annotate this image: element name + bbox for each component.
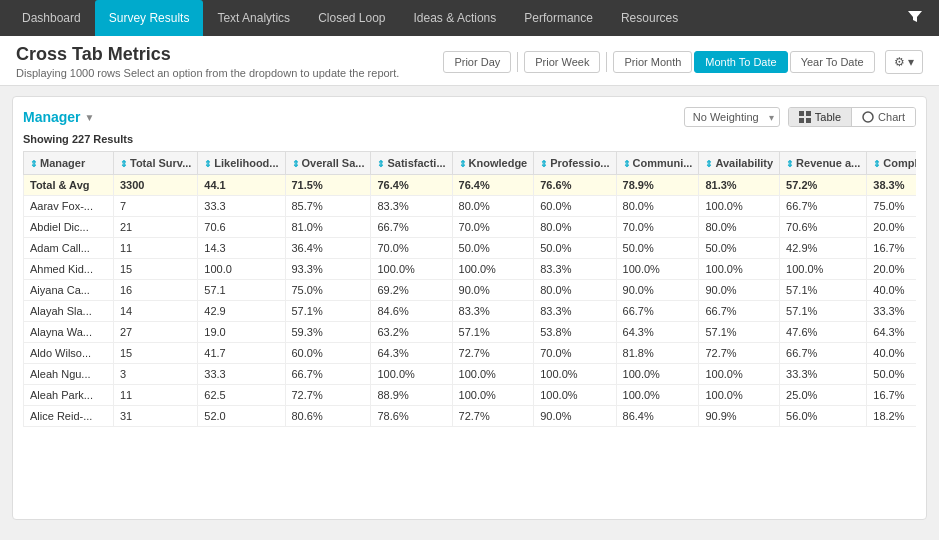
data-table-wrapper[interactable]: ⇕Manager ⇕Total Surv... ⇕Likelihood... ⇕…: [23, 151, 916, 493]
table-cell: 76.4%: [452, 175, 534, 196]
table-header: ⇕Manager ⇕Total Surv... ⇕Likelihood... ⇕…: [24, 152, 917, 175]
table-cell: 16: [114, 280, 198, 301]
table-cell: 47.6%: [780, 322, 867, 343]
table-cell: Abdiel Dic...: [24, 217, 114, 238]
svg-rect-3: [806, 118, 811, 123]
tab-closed-loop[interactable]: Closed Loop: [304, 0, 399, 36]
table-cell: 53.8%: [534, 322, 616, 343]
table-cell: 90.0%: [699, 280, 780, 301]
col-header-revenue[interactable]: ⇕Revenue a...: [780, 152, 867, 175]
table-cell: 66.7%: [780, 343, 867, 364]
table-cell: 100.0%: [534, 364, 616, 385]
tab-performance[interactable]: Performance: [510, 0, 607, 36]
col-header-availability[interactable]: ⇕Availability: [699, 152, 780, 175]
col-header-overall[interactable]: ⇕Overall Sa...: [285, 152, 371, 175]
col-header-manager[interactable]: ⇕Manager: [24, 152, 114, 175]
table-cell: 78.9%: [616, 175, 699, 196]
table-cell: Aleah Park...: [24, 385, 114, 406]
table-cell: 88.9%: [371, 385, 452, 406]
table-cell: 100.0%: [699, 385, 780, 406]
table-cell: 60.0%: [285, 343, 371, 364]
tab-text-analytics[interactable]: Text Analytics: [203, 0, 304, 36]
data-card: Manager ▼ No Weighting Table Chart: [12, 96, 927, 520]
table-cell: 81.8%: [616, 343, 699, 364]
table-cell: 59.3%: [285, 322, 371, 343]
table-cell: 38.3%: [867, 175, 916, 196]
table-cell: 66.7%: [780, 196, 867, 217]
col-header-knowledge[interactable]: ⇕Knowledge: [452, 152, 534, 175]
table-row: Abdiel Dic...2170.681.0%66.7%70.0%80.0%7…: [24, 217, 917, 238]
weighting-select[interactable]: No Weighting: [684, 107, 780, 127]
table-cell: 19.0: [198, 322, 285, 343]
table-cell: Aarav Fox-...: [24, 196, 114, 217]
table-cell: 52.0: [198, 406, 285, 427]
tab-resources[interactable]: Resources: [607, 0, 692, 36]
table-cell: 100.0%: [616, 385, 699, 406]
table-cell: Aiyana Ca...: [24, 280, 114, 301]
table-cell: 7: [114, 196, 198, 217]
table-cell: 76.6%: [534, 175, 616, 196]
table-cell: 80.0%: [534, 280, 616, 301]
main-content: Manager ▼ No Weighting Table Chart: [0, 86, 939, 530]
tab-dashboard[interactable]: Dashboard: [8, 0, 95, 36]
table-cell: 42.9%: [780, 238, 867, 259]
table-cell: 100.0: [198, 259, 285, 280]
date-prior-day[interactable]: Prior Day: [443, 51, 511, 73]
manager-dropdown-button[interactable]: Manager ▼: [23, 109, 94, 125]
col-header-professional[interactable]: ⇕Professio...: [534, 152, 616, 175]
table-cell: 33.3: [198, 364, 285, 385]
table-cell: 18.2%: [867, 406, 916, 427]
view-chart-button[interactable]: Chart: [851, 108, 915, 126]
table-cell: 33.3: [198, 196, 285, 217]
col-header-satisfaction[interactable]: ⇕Satisfacti...: [371, 152, 452, 175]
table-cell: 100.0%: [699, 196, 780, 217]
table-cell: 70.0%: [371, 238, 452, 259]
table-row: Ahmed Kid...15100.093.3%100.0%100.0%83.3…: [24, 259, 917, 280]
table-cell: 83.3%: [534, 259, 616, 280]
tab-ideas-actions[interactable]: Ideas & Actions: [400, 0, 511, 36]
svg-rect-2: [799, 118, 804, 123]
table-cell: 57.1%: [452, 322, 534, 343]
table-cell: 25.0%: [780, 385, 867, 406]
date-month-to-date[interactable]: Month To Date: [694, 51, 787, 73]
table-cell: 44.1: [198, 175, 285, 196]
col-header-total[interactable]: ⇕Total Surv...: [114, 152, 198, 175]
table-cell: 57.1%: [285, 301, 371, 322]
date-divider: [517, 52, 518, 72]
date-prior-month[interactable]: Prior Month: [613, 51, 692, 73]
table-cell: 83.3%: [534, 301, 616, 322]
table-cell: 70.0%: [616, 217, 699, 238]
view-table-button[interactable]: Table: [789, 108, 851, 126]
tab-survey-results[interactable]: Survey Results: [95, 0, 204, 36]
date-year-to-date[interactable]: Year To Date: [790, 51, 875, 73]
svg-rect-0: [799, 111, 804, 116]
table-cell: 3300: [114, 175, 198, 196]
table-cell: 75.0%: [867, 196, 916, 217]
settings-button[interactable]: ⚙ ▾: [885, 50, 923, 74]
table-cell: 90.9%: [699, 406, 780, 427]
table-cell: 50.0%: [867, 364, 916, 385]
table-cell: 41.7: [198, 343, 285, 364]
table-cell: 90.0%: [452, 280, 534, 301]
table-cell: 80.6%: [285, 406, 371, 427]
table-row: Alayna Wa...2719.059.3%63.2%57.1%53.8%64…: [24, 322, 917, 343]
table-cell: 33.3%: [867, 301, 916, 322]
table-cell: 40.0%: [867, 343, 916, 364]
col-header-community[interactable]: ⇕Communi...: [616, 152, 699, 175]
table-cell: Ahmed Kid...: [24, 259, 114, 280]
manager-label: Manager: [23, 109, 81, 125]
table-cell: 84.6%: [371, 301, 452, 322]
col-header-complete[interactable]: ⇕Complete ...: [867, 152, 916, 175]
col-header-likelihood[interactable]: ⇕Likelihood...: [198, 152, 285, 175]
table-cell: 57.1%: [780, 301, 867, 322]
table-cell: 11: [114, 385, 198, 406]
date-prior-week[interactable]: Prior Week: [524, 51, 600, 73]
table-row: Aleah Ngu...333.366.7%100.0%100.0%100.0%…: [24, 364, 917, 385]
svg-rect-1: [806, 111, 811, 116]
table-cell: 100.0%: [452, 385, 534, 406]
table-cell: 90.0%: [616, 280, 699, 301]
table-cell: 64.3%: [867, 322, 916, 343]
table-cell: 100.0%: [616, 364, 699, 385]
card-toolbar-right: No Weighting Table Chart: [684, 107, 916, 127]
filter-icon[interactable]: [899, 5, 931, 32]
